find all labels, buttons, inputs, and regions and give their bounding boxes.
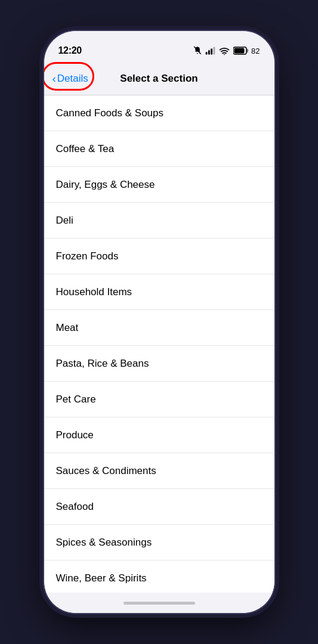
nav-title: Select a Section bbox=[120, 73, 197, 85]
list-item-label: Deli bbox=[56, 215, 73, 227]
list-item[interactable]: Frozen Foods bbox=[44, 239, 274, 274]
list-item-label: Frozen Foods bbox=[56, 250, 119, 262]
list-item[interactable]: Sauces & Condiments bbox=[44, 453, 274, 489]
back-button-wrapper: ‹ Details bbox=[49, 68, 94, 89]
list-item-label: Produce bbox=[56, 429, 94, 441]
list-item[interactable]: Pasta, Rice & Beans bbox=[44, 346, 274, 382]
list-item-label: Coffee & Tea bbox=[56, 143, 115, 155]
list-item[interactable]: Household Items bbox=[44, 274, 274, 310]
list-item[interactable]: Wine, Beer & Spirits bbox=[44, 561, 274, 593]
status-time: 12:20 bbox=[58, 45, 82, 56]
list-item[interactable]: Produce bbox=[44, 417, 274, 453]
list-container[interactable]: Canned Foods & SoupsCoffee & TeaDairy, E… bbox=[44, 95, 274, 593]
list-section: Canned Foods & SoupsCoffee & TeaDairy, E… bbox=[44, 95, 274, 593]
status-bar: 12:20 bbox=[44, 31, 274, 62]
back-button-container: ‹ Details bbox=[49, 68, 94, 89]
list-item[interactable]: Seafood bbox=[44, 489, 274, 525]
svg-rect-3 bbox=[213, 47, 215, 55]
svg-point-4 bbox=[224, 54, 225, 55]
battery-level: 82 bbox=[251, 47, 260, 55]
list-item-label: Meat bbox=[56, 322, 79, 334]
phone-screen: 12:20 bbox=[44, 31, 274, 613]
nav-header: ‹ Details Select a Section bbox=[44, 62, 274, 95]
svg-rect-6 bbox=[247, 49, 249, 52]
list-item[interactable]: Spices & Seasonings bbox=[44, 525, 274, 561]
svg-rect-7 bbox=[234, 48, 245, 54]
list-item[interactable]: Dairy, Eggs & Cheese bbox=[44, 167, 274, 203]
list-item[interactable]: Canned Foods & Soups bbox=[44, 95, 274, 131]
back-button[interactable]: ‹ Details bbox=[49, 68, 94, 89]
back-chevron-icon: ‹ bbox=[53, 73, 56, 84]
list-item-label: Canned Foods & Soups bbox=[56, 107, 164, 119]
signal-icon bbox=[205, 47, 215, 55]
svg-rect-2 bbox=[211, 48, 212, 54]
list-item-label: Spices & Seasonings bbox=[56, 537, 152, 549]
battery-icon: 82 bbox=[233, 47, 260, 55]
list-item-label: Seafood bbox=[56, 501, 94, 513]
notification-icon bbox=[193, 46, 202, 55]
svg-rect-0 bbox=[206, 52, 208, 54]
home-bar bbox=[124, 602, 195, 605]
list-item[interactable]: Pet Care bbox=[44, 382, 274, 417]
list-item-label: Wine, Beer & Spirits bbox=[56, 572, 147, 584]
list-item[interactable]: Coffee & Tea bbox=[44, 131, 274, 167]
wifi-icon bbox=[219, 47, 230, 55]
list-item-label: Dairy, Eggs & Cheese bbox=[56, 179, 155, 191]
svg-rect-1 bbox=[208, 50, 210, 54]
home-indicator bbox=[44, 593, 274, 613]
list-item-label: Household Items bbox=[56, 286, 132, 298]
status-icons: 82 bbox=[193, 46, 260, 55]
list-item-label: Pet Care bbox=[56, 394, 96, 405]
list-item-label: Sauces & Condiments bbox=[56, 465, 156, 477]
list-item[interactable]: Deli bbox=[44, 203, 274, 239]
list-item[interactable]: Meat bbox=[44, 310, 274, 346]
back-label: Details bbox=[57, 73, 88, 85]
phone-frame: 12:20 bbox=[43, 30, 276, 614]
list-item-label: Pasta, Rice & Beans bbox=[56, 358, 149, 370]
